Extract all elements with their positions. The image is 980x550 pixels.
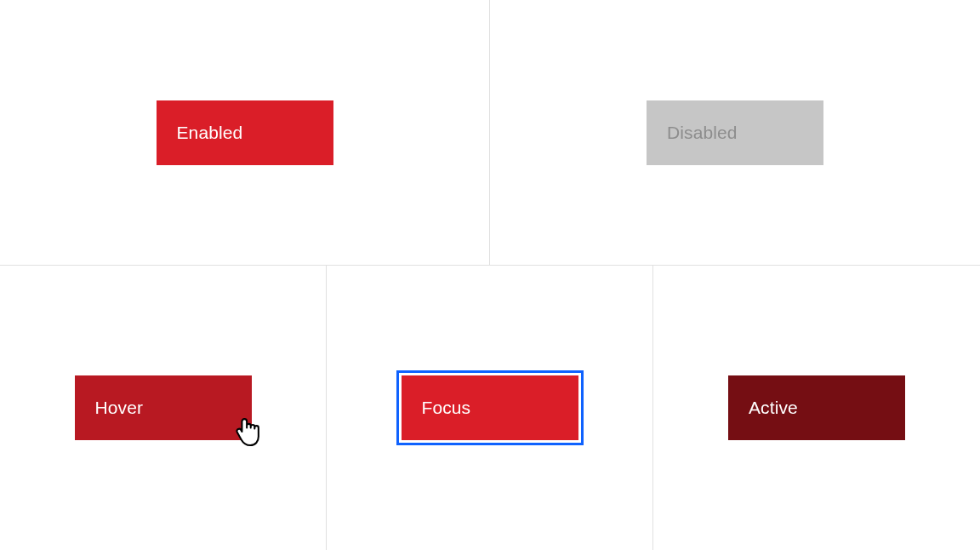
disabled-button-label: Disabled [667,123,738,143]
cell-enabled: Enabled [0,0,490,265]
cell-active: Active [653,266,980,550]
top-row: Enabled Disabled [0,0,980,266]
disabled-button: Disabled [647,100,823,165]
active-button-label: Active [749,398,798,418]
cell-hover: Hover [0,266,327,550]
hover-button-label: Hover [95,398,144,418]
active-button[interactable]: Active [728,375,905,440]
cell-focus: Focus [327,266,653,550]
focus-button[interactable]: Focus [402,375,578,440]
enabled-button-label: Enabled [177,123,243,143]
cell-disabled: Disabled [490,0,980,265]
enabled-button[interactable]: Enabled [157,100,333,165]
focus-button-label: Focus [422,398,471,418]
hover-button[interactable]: Hover [75,375,252,440]
bottom-row: Hover Focus Active [0,266,980,550]
